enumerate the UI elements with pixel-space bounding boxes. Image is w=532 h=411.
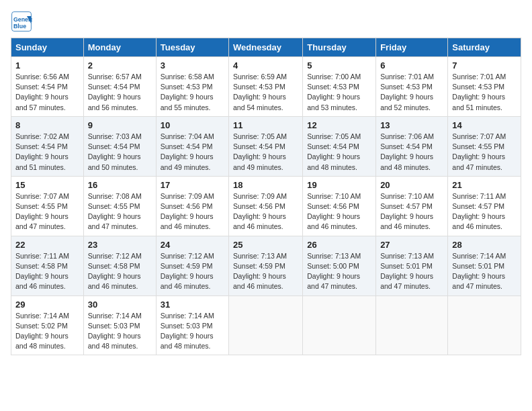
column-header-wednesday: Wednesday <box>229 38 303 57</box>
calendar-cell: 4 Sunrise: 6:59 AMSunset: 4:53 PMDayligh… <box>229 57 303 117</box>
calendar-cell: 2 Sunrise: 6:57 AMSunset: 4:54 PMDayligh… <box>83 57 156 117</box>
column-header-saturday: Saturday <box>448 38 521 57</box>
day-info: Sunrise: 7:03 AMSunset: 4:54 PMDaylight:… <box>88 132 152 173</box>
day-number: 27 <box>380 240 443 250</box>
calendar-cell: 31 Sunrise: 7:14 AMSunset: 5:03 PMDaylig… <box>156 295 228 355</box>
day-info: Sunrise: 7:05 AMSunset: 4:54 PMDaylight:… <box>307 132 371 173</box>
calendar-cell: 8 Sunrise: 7:02 AMSunset: 4:54 PMDayligh… <box>11 116 84 176</box>
day-info: Sunrise: 7:14 AMSunset: 5:01 PMDaylight:… <box>452 251 517 292</box>
calendar-cell: 11 Sunrise: 7:05 AMSunset: 4:54 PMDaylig… <box>229 116 303 176</box>
calendar-week-5: 29 Sunrise: 7:14 AMSunset: 5:02 PMDaylig… <box>11 295 521 355</box>
calendar-cell: 25 Sunrise: 7:13 AMSunset: 4:59 PMDaylig… <box>229 236 303 295</box>
column-header-friday: Friday <box>376 38 448 57</box>
day-number: 16 <box>88 180 152 190</box>
day-info: Sunrise: 7:14 AMSunset: 5:03 PMDaylight:… <box>161 311 224 352</box>
day-info: Sunrise: 7:09 AMSunset: 4:56 PMDaylight:… <box>233 191 298 232</box>
day-info: Sunrise: 7:10 AMSunset: 4:57 PMDaylight:… <box>380 191 443 232</box>
calendar-cell: 26 Sunrise: 7:13 AMSunset: 5:00 PMDaylig… <box>303 236 376 295</box>
day-number: 17 <box>161 180 224 190</box>
calendar-cell: 5 Sunrise: 7:00 AMSunset: 4:53 PMDayligh… <box>303 57 376 117</box>
day-info: Sunrise: 7:08 AMSunset: 4:55 PMDaylight:… <box>88 191 152 232</box>
calendar-cell: 24 Sunrise: 7:12 AMSunset: 4:59 PMDaylig… <box>156 236 228 295</box>
calendar-table: SundayMondayTuesdayWednesdayThursdayFrid… <box>11 38 521 355</box>
calendar-cell: 1 Sunrise: 6:56 AMSunset: 4:54 PMDayligh… <box>11 57 84 117</box>
calendar-cell <box>303 295 376 355</box>
day-number: 25 <box>233 240 298 250</box>
calendar-cell: 15 Sunrise: 7:07 AMSunset: 4:55 PMDaylig… <box>11 176 84 236</box>
day-number: 30 <box>88 300 152 310</box>
logo-icon: General Blue <box>11 11 32 32</box>
day-number: 31 <box>161 300 224 310</box>
calendar-cell <box>229 295 303 355</box>
calendar-cell: 23 Sunrise: 7:12 AMSunset: 4:58 PMDaylig… <box>83 236 156 295</box>
day-info: Sunrise: 7:11 AMSunset: 4:58 PMDaylight:… <box>15 251 79 292</box>
day-number: 8 <box>15 120 79 130</box>
logo: General Blue <box>11 11 34 32</box>
day-info: Sunrise: 6:58 AMSunset: 4:53 PMDaylight:… <box>161 72 224 113</box>
day-number: 13 <box>380 120 443 130</box>
day-number: 22 <box>15 240 79 250</box>
calendar-cell: 22 Sunrise: 7:11 AMSunset: 4:58 PMDaylig… <box>11 236 84 295</box>
calendar-week-4: 22 Sunrise: 7:11 AMSunset: 4:58 PMDaylig… <box>11 236 521 295</box>
calendar-cell: 20 Sunrise: 7:10 AMSunset: 4:57 PMDaylig… <box>376 176 448 236</box>
day-number: 26 <box>307 240 371 250</box>
day-info: Sunrise: 7:02 AMSunset: 4:54 PMDaylight:… <box>15 132 79 173</box>
calendar-cell: 12 Sunrise: 7:05 AMSunset: 4:54 PMDaylig… <box>303 116 376 176</box>
column-header-tuesday: Tuesday <box>156 38 228 57</box>
calendar-cell: 9 Sunrise: 7:03 AMSunset: 4:54 PMDayligh… <box>83 116 156 176</box>
calendar-cell: 16 Sunrise: 7:08 AMSunset: 4:55 PMDaylig… <box>83 176 156 236</box>
day-info: Sunrise: 7:04 AMSunset: 4:54 PMDaylight:… <box>161 132 224 173</box>
day-number: 23 <box>88 240 152 250</box>
day-info: Sunrise: 6:57 AMSunset: 4:54 PMDaylight:… <box>88 72 152 113</box>
calendar-cell <box>448 295 521 355</box>
day-number: 2 <box>88 60 152 71</box>
day-info: Sunrise: 7:12 AMSunset: 4:58 PMDaylight:… <box>88 251 152 292</box>
day-number: 10 <box>161 120 224 130</box>
day-info: Sunrise: 7:12 AMSunset: 4:59 PMDaylight:… <box>161 251 224 292</box>
calendar-cell <box>376 295 448 355</box>
day-number: 24 <box>161 240 224 250</box>
day-info: Sunrise: 7:11 AMSunset: 4:57 PMDaylight:… <box>452 191 517 232</box>
day-number: 1 <box>15 60 79 71</box>
day-info: Sunrise: 7:13 AMSunset: 5:00 PMDaylight:… <box>307 251 371 292</box>
day-number: 12 <box>307 120 371 130</box>
day-number: 6 <box>380 60 443 71</box>
day-info: Sunrise: 7:01 AMSunset: 4:53 PMDaylight:… <box>380 72 443 113</box>
day-info: Sunrise: 7:07 AMSunset: 4:55 PMDaylight:… <box>452 132 517 173</box>
day-number: 3 <box>161 60 224 71</box>
day-info: Sunrise: 7:06 AMSunset: 4:54 PMDaylight:… <box>380 132 443 173</box>
day-number: 28 <box>452 240 517 250</box>
day-info: Sunrise: 7:00 AMSunset: 4:53 PMDaylight:… <box>307 72 371 113</box>
calendar-cell: 30 Sunrise: 7:14 AMSunset: 5:03 PMDaylig… <box>83 295 156 355</box>
calendar-cell: 19 Sunrise: 7:10 AMSunset: 4:56 PMDaylig… <box>303 176 376 236</box>
calendar-cell: 17 Sunrise: 7:09 AMSunset: 4:56 PMDaylig… <box>156 176 228 236</box>
day-info: Sunrise: 7:13 AMSunset: 5:01 PMDaylight:… <box>380 251 443 292</box>
day-info: Sunrise: 6:56 AMSunset: 4:54 PMDaylight:… <box>15 72 79 113</box>
day-info: Sunrise: 6:59 AMSunset: 4:53 PMDaylight:… <box>233 72 298 113</box>
day-info: Sunrise: 7:14 AMSunset: 5:02 PMDaylight:… <box>15 311 79 352</box>
day-number: 9 <box>88 120 152 130</box>
calendar-cell: 7 Sunrise: 7:01 AMSunset: 4:53 PMDayligh… <box>448 57 521 117</box>
day-info: Sunrise: 7:01 AMSunset: 4:53 PMDaylight:… <box>452 72 517 113</box>
day-number: 20 <box>380 180 443 190</box>
column-header-sunday: Sunday <box>11 38 84 57</box>
calendar-cell: 27 Sunrise: 7:13 AMSunset: 5:01 PMDaylig… <box>376 236 448 295</box>
calendar-cell: 13 Sunrise: 7:06 AMSunset: 4:54 PMDaylig… <box>376 116 448 176</box>
page-header: General Blue <box>11 11 521 32</box>
calendar-cell: 28 Sunrise: 7:14 AMSunset: 5:01 PMDaylig… <box>448 236 521 295</box>
day-number: 4 <box>233 60 298 71</box>
calendar-cell: 10 Sunrise: 7:04 AMSunset: 4:54 PMDaylig… <box>156 116 228 176</box>
column-header-monday: Monday <box>83 38 156 57</box>
day-number: 14 <box>452 120 517 130</box>
column-header-thursday: Thursday <box>303 38 376 57</box>
day-number: 15 <box>15 180 79 190</box>
day-number: 21 <box>452 180 517 190</box>
day-number: 19 <box>307 180 371 190</box>
day-info: Sunrise: 7:14 AMSunset: 5:03 PMDaylight:… <box>88 311 152 352</box>
calendar-cell: 14 Sunrise: 7:07 AMSunset: 4:55 PMDaylig… <box>448 116 521 176</box>
day-number: 29 <box>15 300 79 310</box>
day-info: Sunrise: 7:07 AMSunset: 4:55 PMDaylight:… <box>15 191 79 232</box>
day-info: Sunrise: 7:05 AMSunset: 4:54 PMDaylight:… <box>233 132 298 173</box>
day-info: Sunrise: 7:13 AMSunset: 4:59 PMDaylight:… <box>233 251 298 292</box>
calendar-cell: 29 Sunrise: 7:14 AMSunset: 5:02 PMDaylig… <box>11 295 84 355</box>
